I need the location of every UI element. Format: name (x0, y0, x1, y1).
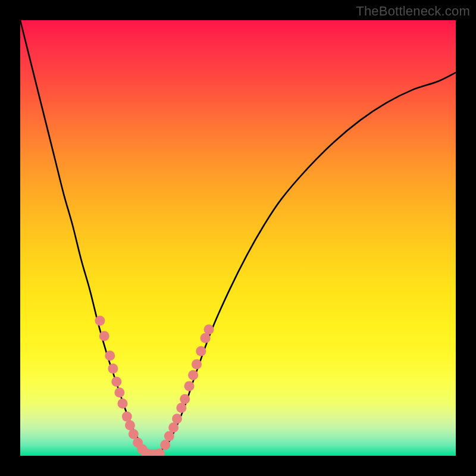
threshold-dot (184, 381, 195, 391)
threshold-dot (111, 377, 121, 387)
plot-area (20, 20, 456, 456)
threshold-dot (114, 387, 124, 397)
threshold-dot (203, 324, 214, 334)
threshold-dot (99, 331, 109, 341)
threshold-dot (160, 440, 170, 450)
threshold-dot (196, 346, 206, 356)
threshold-dot (129, 429, 139, 439)
threshold-dot (192, 359, 202, 369)
threshold-dot (201, 333, 211, 343)
threshold-dot (118, 399, 128, 409)
threshold-dot (172, 414, 182, 424)
threshold-dot (105, 350, 115, 361)
threshold-dot (125, 420, 135, 430)
threshold-dot (164, 431, 174, 441)
threshold-dot (95, 316, 105, 326)
chart-svg (20, 20, 456, 456)
watermark-text: TheBottleneck.com (356, 4, 470, 19)
threshold-dot (168, 422, 178, 433)
threshold-dot (188, 370, 198, 380)
threshold-dot (176, 403, 186, 413)
threshold-dot (108, 364, 118, 374)
threshold-dots (95, 316, 214, 456)
bottleneck-curve (20, 20, 456, 456)
threshold-dot (122, 412, 132, 422)
threshold-dot (180, 394, 190, 404)
chart-frame: TheBottleneck.com (0, 0, 476, 476)
